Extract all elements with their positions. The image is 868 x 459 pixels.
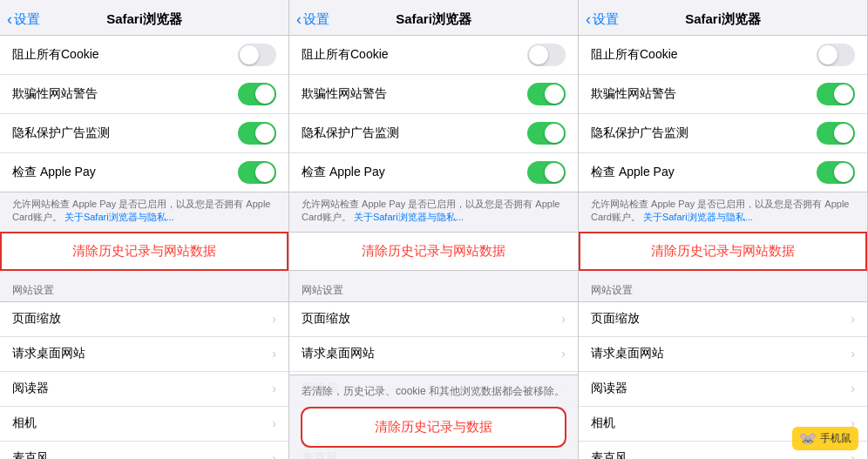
header-title-3: Safari浏览器 xyxy=(685,11,761,28)
apple-pay-desc-3: 允许网站检查 Apple Pay 是否已启用，以及您是否拥有 Apple Car… xyxy=(579,192,867,232)
toggle-section-3: 阻止所有Cookie 欺骗性网站警告 隐私保护广告监测 检查 Apple Pay xyxy=(579,35,867,192)
header-2: ‹ 设置 Safari浏览器 xyxy=(289,0,578,35)
apple-pay-desc-2: 允许网站检查 Apple Pay 是否已启用，以及您是否拥有 Apple Car… xyxy=(289,192,578,232)
header-title-2: Safari浏览器 xyxy=(396,11,471,28)
website-settings-header-3: 网站设置 xyxy=(579,271,867,301)
toggle-fraud-2[interactable] xyxy=(527,83,566,105)
nav-item-desktop-3[interactable]: 请求桌面网站 › xyxy=(579,337,867,372)
toggle-section-1: 阻止所有Cookie 欺骗性网站警告 隐私保护广告监测 检查 Apple Pay xyxy=(0,35,288,192)
overlay-text: 若清除，历史记录、cookie 和其他浏览数据都会被移除。 xyxy=(302,384,566,399)
clear-history-btn-1[interactable]: 清除历史记录与网站数据 xyxy=(0,232,288,271)
toggle-cookie-2[interactable] xyxy=(527,44,566,66)
toggle-applepay-3[interactable] xyxy=(817,161,855,184)
nav-item-zoom-2[interactable]: 页面缩放 › xyxy=(289,302,578,337)
chevron-camera-1: › xyxy=(272,416,276,430)
website-settings-header-1: 网站设置 xyxy=(0,271,288,301)
header-title-1: Safari浏览器 xyxy=(106,11,182,28)
chevron-reader-3: › xyxy=(851,381,855,395)
toggle-applepay-2[interactable] xyxy=(527,161,566,184)
toggle-item-applepay-1[interactable]: 检查 Apple Pay xyxy=(0,153,288,192)
toggle-item-fraud-1[interactable]: 欺骗性网站警告 xyxy=(0,75,288,114)
toggle-privacy-2[interactable] xyxy=(527,122,566,145)
chevron-zoom-2: › xyxy=(561,312,566,326)
nav-item-desktop-1[interactable]: 请求桌面网站 › xyxy=(0,337,288,372)
chevron-reader-1: › xyxy=(272,381,276,395)
nav-item-reader-1[interactable]: 阅读器 › xyxy=(0,372,288,407)
apple-pay-link-1[interactable]: 关于Safari浏览器与隐私... xyxy=(64,212,174,222)
nav-item-zoom-3[interactable]: 页面缩放 › xyxy=(579,302,867,337)
toggle-item-privacy-3[interactable]: 隐私保护广告监测 xyxy=(579,114,867,153)
back-button-2[interactable]: ‹ 设置 xyxy=(296,10,329,29)
header-3: ‹ 设置 Safari浏览器 xyxy=(579,0,867,35)
apple-pay-desc-1: 允许网站检查 Apple Pay 是否已启用，以及您是否拥有 Apple Car… xyxy=(0,192,288,232)
toggle-label-fraud-2: 欺骗性网站警告 xyxy=(302,86,387,102)
toggle-item-applepay-2[interactable]: 检查 Apple Pay xyxy=(289,153,578,192)
website-settings-section-1: 页面缩放 › 请求桌面网站 › 阅读器 › 相机 › 麦克风 › 位置 › xyxy=(0,301,288,459)
watermark-text: 手机鼠 xyxy=(820,431,851,446)
apple-pay-link-2[interactable]: 关于Safari浏览器与隐私... xyxy=(354,212,464,222)
back-label-1: 设置 xyxy=(14,11,40,28)
chevron-desktop-2: › xyxy=(561,347,566,361)
chevron-zoom-1: › xyxy=(272,312,276,326)
clear-history-btn-3[interactable]: 清除历史记录与网站数据 xyxy=(579,232,867,271)
toggle-label-cookie-1: 阻止所有Cookie xyxy=(12,47,99,63)
toggle-label-privacy-3: 隐私保护广告监测 xyxy=(591,125,688,141)
chevron-desktop-3: › xyxy=(851,347,855,361)
back-chevron-3: ‹ xyxy=(586,10,591,29)
chevron-desktop-1: › xyxy=(272,347,276,361)
toggle-cookie-1[interactable] xyxy=(238,44,276,66)
nav-item-zoom-1[interactable]: 页面缩放 › xyxy=(0,302,288,337)
panel-1: ‹ 设置 Safari浏览器 阻止所有Cookie 欺骗性网站警告 隐私保护广告… xyxy=(0,0,289,459)
back-chevron-1: ‹ xyxy=(7,10,12,29)
toggle-label-privacy-1: 隐私保护广告监测 xyxy=(12,125,110,141)
chevron-mic-1: › xyxy=(272,451,276,459)
back-button-1[interactable]: ‹ 设置 xyxy=(7,10,40,29)
header-1: ‹ 设置 Safari浏览器 xyxy=(0,0,288,35)
nav-item-desktop-2[interactable]: 请求桌面网站 › xyxy=(289,337,578,372)
clear-history-overlay: 若清除，历史记录、cookie 和其他浏览数据都会被移除。 清除历史记录与数据 xyxy=(289,375,578,459)
toggle-label-privacy-2: 隐私保护广告监测 xyxy=(302,125,399,141)
panel-3: ‹ 设置 Safari浏览器 阻止所有Cookie 欺骗性网站警告 隐私保护广告… xyxy=(579,0,868,459)
nav-item-reader-3[interactable]: 阅读器 › xyxy=(579,372,867,407)
watermark: 🐭 手机鼠 xyxy=(792,427,858,450)
toggle-label-applepay-2: 检查 Apple Pay xyxy=(302,165,385,180)
chevron-zoom-3: › xyxy=(851,312,855,326)
nav-item-mic-1[interactable]: 麦克风 › xyxy=(0,442,288,459)
watermark-icon: 🐭 xyxy=(799,430,817,447)
toggle-label-cookie-2: 阻止所有Cookie xyxy=(302,47,389,63)
toggle-item-fraud-2[interactable]: 欺骗性网站警告 xyxy=(289,75,578,114)
toggle-applepay-1[interactable] xyxy=(238,161,276,184)
back-button-3[interactable]: ‹ 设置 xyxy=(586,10,619,29)
toggle-item-applepay-3[interactable]: 检查 Apple Pay xyxy=(579,153,867,192)
toggle-item-fraud-3[interactable]: 欺骗性网站警告 xyxy=(579,75,867,114)
nav-item-camera-1[interactable]: 相机 › xyxy=(0,407,288,442)
back-label-3: 设置 xyxy=(593,11,619,28)
toggle-cookie-3[interactable] xyxy=(817,44,855,66)
toggle-section-2: 阻止所有Cookie 欺骗性网站警告 隐私保护广告监测 检查 Apple Pay xyxy=(289,35,578,192)
toggle-label-fraud-3: 欺骗性网站警告 xyxy=(591,86,676,102)
clear-history-btn-2[interactable]: 清除历史记录与网站数据 xyxy=(289,232,578,271)
toggle-item-cookie-2[interactable]: 阻止所有Cookie xyxy=(289,36,578,75)
website-settings-header-2: 网站设置 xyxy=(289,271,578,301)
toggle-privacy-3[interactable] xyxy=(817,122,855,145)
toggle-fraud-1[interactable] xyxy=(238,83,276,105)
toggle-fraud-3[interactable] xyxy=(817,83,855,105)
apple-pay-link-3[interactable]: 关于Safari浏览器与隐私... xyxy=(643,212,753,222)
panel-2: ‹ 设置 Safari浏览器 阻止所有Cookie 欺骗性网站警告 隐私保护广告… xyxy=(289,0,579,459)
toggle-label-cookie-3: 阻止所有Cookie xyxy=(591,47,678,63)
chevron-mic-3: › xyxy=(851,451,855,459)
back-chevron-2: ‹ xyxy=(296,10,302,29)
toggle-item-cookie-3[interactable]: 阻止所有Cookie xyxy=(579,36,867,75)
toggle-label-applepay-1: 检查 Apple Pay xyxy=(12,165,96,180)
toggle-label-applepay-3: 检查 Apple Pay xyxy=(591,165,675,180)
toggle-label-fraud-1: 欺骗性网站警告 xyxy=(12,86,98,102)
toggle-item-privacy-2[interactable]: 隐私保护广告监测 xyxy=(289,114,578,153)
toggle-item-privacy-1[interactable]: 隐私保护广告监测 xyxy=(0,114,288,153)
overlay-clear-btn[interactable]: 清除历史记录与数据 xyxy=(302,408,566,447)
back-label-2: 设置 xyxy=(303,11,329,28)
toggle-item-cookie-1[interactable]: 阻止所有Cookie xyxy=(0,36,288,75)
toggle-privacy-1[interactable] xyxy=(238,122,276,145)
